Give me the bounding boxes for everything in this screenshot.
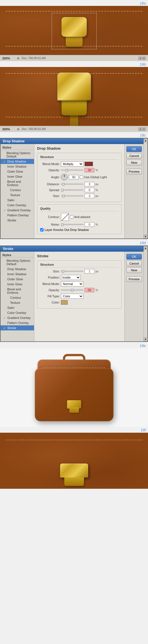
- scroll-down-18d[interactable]: ▼: [144, 337, 148, 341]
- opacity-row-18c: Opacity: %: [40, 168, 119, 172]
- size-slider-18c[interactable]: [61, 195, 83, 196]
- styles-color-overlay-18d[interactable]: Color Overlay: [1, 310, 34, 315]
- styles-contour-18d[interactable]: Contour: [1, 295, 34, 300]
- new-button-18c[interactable]: New: [126, 160, 142, 165]
- status-icon-18a: ⊞: [17, 57, 19, 60]
- distance-unit-18c: px: [95, 183, 99, 186]
- opacity-input-18c[interactable]: [85, 168, 94, 172]
- styles-satin-18c[interactable]: Satin: [1, 198, 34, 203]
- styles-sidebar-title-18c: Styles: [1, 145, 34, 150]
- distance-input-18c[interactable]: [85, 182, 94, 186]
- scroll-up-18d[interactable]: ▲: [144, 246, 148, 250]
- styles-gradient-overlay-18d[interactable]: Gradient Overlay: [1, 315, 34, 320]
- opacity-slider-18d[interactable]: [61, 289, 83, 291]
- step-label-18b: 18b: [0, 61, 148, 67]
- styles-color-overlay-18c[interactable]: Color Overlay: [1, 203, 34, 208]
- position-select-18d[interactable]: Inside Outside Center: [61, 275, 81, 280]
- blend-mode-label-18c: Blend Mode:: [40, 162, 60, 166]
- canvas-18f: [0, 433, 148, 489]
- styles-inner-glow-18d[interactable]: Inner Glow: [1, 282, 34, 287]
- scroll-track-18d: [144, 250, 147, 337]
- styles-blending-options-18d[interactable]: Blending Options: Default: [1, 258, 34, 267]
- contour-preview-18c[interactable]: [61, 213, 69, 221]
- spread-slider-18c[interactable]: [61, 189, 83, 191]
- shadow-color-swatch-18c[interactable]: [85, 162, 93, 166]
- cancel-button-18c[interactable]: Cancel: [126, 153, 142, 159]
- styles-outer-glow-18c[interactable]: Outer Glow: [1, 169, 34, 174]
- scroll-left-18b[interactable]: ◄: [138, 128, 142, 131]
- clasp-tab-18a: [66, 36, 83, 47]
- styles-texture-18d[interactable]: Texture: [1, 300, 34, 305]
- scroll-right-18a[interactable]: ►: [142, 57, 146, 60]
- dialog-main-18d: Stroke Structure Size: px Position:: [34, 252, 124, 341]
- structure-box-18d: Structure Size: px Position:: [37, 260, 122, 309]
- size-slider-18d[interactable]: [61, 271, 83, 272]
- size-input-18c[interactable]: [85, 194, 94, 198]
- fill-color-swatch-18d[interactable]: [61, 300, 68, 305]
- opacity-slider-18c[interactable]: [61, 170, 83, 171]
- scroll-arrows-18a[interactable]: ◄ ►: [138, 57, 146, 60]
- step-label-18c: 18c: [0, 132, 148, 138]
- position-label-18d: Position:: [40, 276, 60, 279]
- styles-drop-shadow-18c[interactable]: Drop Shadow: [1, 159, 34, 164]
- opacity-label-18d: Opacity:: [40, 288, 60, 292]
- styles-stroke-18c[interactable]: Stroke: [1, 218, 34, 223]
- spread-input-18c[interactable]: [85, 188, 94, 192]
- opacity-input-18d[interactable]: [85, 288, 94, 292]
- scrollbar-18d[interactable]: ▲ ▼: [144, 246, 147, 341]
- styles-satin-18d[interactable]: Satin: [1, 305, 34, 310]
- clasp-body-18b: [57, 73, 91, 101]
- distance-slider-18c[interactable]: [61, 184, 83, 185]
- scrollbar-18c[interactable]: ▲ ▼: [144, 138, 147, 238]
- styles-bevel-emboss-18d[interactable]: Bevel and Emboss: [1, 287, 34, 295]
- styles-outer-glow-18d[interactable]: Outer Glow: [1, 277, 34, 282]
- styles-drop-shadow-18d[interactable]: Drop Shadow: [1, 267, 34, 272]
- size-row-18d: Size: px: [40, 269, 119, 274]
- anti-aliased-checkbox-18c[interactable]: [70, 215, 73, 219]
- scroll-right-18b[interactable]: ►: [142, 128, 146, 131]
- opacity-unit-18c: %: [95, 169, 98, 172]
- angle-dial-18c[interactable]: [61, 174, 68, 180]
- new-button-18d[interactable]: New: [126, 267, 142, 273]
- noise-input-18c[interactable]: [85, 222, 94, 227]
- structure-title-18c: Structure: [40, 155, 119, 160]
- global-light-checkbox-18c[interactable]: [80, 175, 83, 179]
- ok-button-18c[interactable]: OK: [126, 146, 142, 152]
- styles-inner-shadow-18d[interactable]: Inner Shadow: [1, 272, 34, 277]
- blend-mode-select-18d[interactable]: Normal: [61, 281, 83, 286]
- layer-knocks-checkbox-18c[interactable]: [40, 228, 44, 231]
- styles-contour-18c[interactable]: Contour: [1, 187, 34, 193]
- preview-button-18d[interactable]: Preview: [126, 276, 142, 282]
- scroll-left-18a[interactable]: ◄: [138, 57, 142, 60]
- scroll-up-18c[interactable]: ▲: [144, 138, 148, 142]
- size-control-18d: px: [61, 269, 119, 274]
- styles-blending-options-18c[interactable]: Blending Options: Default: [1, 150, 34, 159]
- blend-mode-select-18c[interactable]: Multiply: [61, 161, 83, 166]
- styles-bevel-emboss-18c[interactable]: Bevel and Emboss: [1, 179, 34, 187]
- styles-pattern-overlay-18d[interactable]: Pattern Overlay: [1, 320, 34, 325]
- size-label-18d: Size:: [40, 270, 60, 273]
- structure-box-18c: Structure Blend Mode: Multiply Opacity:: [37, 153, 122, 202]
- clasp-tab-18f: [64, 478, 84, 486]
- scroll-down-18c[interactable]: ▼: [144, 235, 148, 238]
- styles-pattern-overlay-18c[interactable]: Pattern Overlay: [1, 213, 34, 218]
- preview-button-18c[interactable]: Preview: [126, 169, 142, 174]
- noise-slider-18c[interactable]: [61, 224, 83, 225]
- ok-button-18d[interactable]: OK: [126, 254, 142, 260]
- status-icon-18b: ⊞: [17, 128, 19, 131]
- angle-input-18c[interactable]: [69, 175, 79, 179]
- status-doc-18a: Doc: 768,0K/10,4M: [22, 57, 136, 60]
- styles-texture-18c[interactable]: Texture: [1, 193, 34, 198]
- clasp-top-18f: [60, 464, 88, 478]
- fill-type-select-18d[interactable]: Color Gradient Pattern: [61, 294, 83, 299]
- styles-inner-glow-18c[interactable]: Inner Glow: [1, 174, 34, 179]
- scroll-arrows-18b[interactable]: ◄ ►: [138, 128, 146, 131]
- angle-row-18c: Angle: Use Global Light: [40, 174, 119, 180]
- styles-gradient-overlay-18c[interactable]: Gradient Overlay: [1, 208, 34, 213]
- dialog-18d-inner: Stroke Styles Blending Options: Default …: [1, 246, 144, 341]
- cancel-button-18d[interactable]: Cancel: [126, 261, 142, 266]
- size-input-18d[interactable]: [85, 269, 94, 274]
- spread-row-18c: Spread: %: [40, 188, 119, 192]
- styles-stroke-18d[interactable]: Stroke: [1, 325, 34, 330]
- styles-inner-shadow-18c[interactable]: Inner Shadow: [1, 164, 34, 169]
